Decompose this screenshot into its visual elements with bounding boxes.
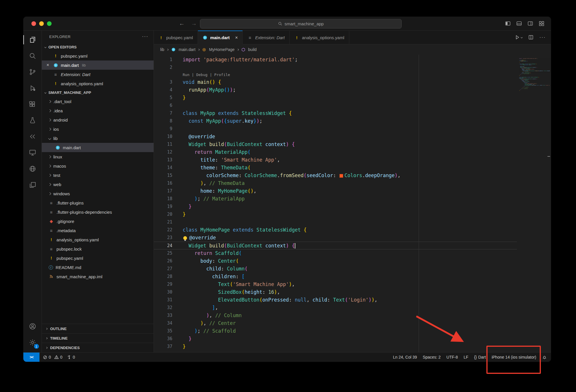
back-arrow-icon[interactable]: ← bbox=[179, 20, 185, 27]
code-line-28[interactable]: 28 children: [ bbox=[154, 273, 517, 281]
code-line-10[interactable]: 10 @override bbox=[154, 133, 517, 141]
tree-folder-android[interactable]: android bbox=[42, 115, 154, 124]
line-number[interactable]: 32 bbox=[154, 304, 172, 312]
project-section-header[interactable]: SMART_MACHINE_APP bbox=[42, 88, 154, 97]
split-editor-icon[interactable] bbox=[528, 35, 534, 40]
code-line-24[interactable]: 24 Widget build(BuildContext context) { bbox=[154, 242, 517, 249]
line-number[interactable]: 12 bbox=[154, 148, 172, 156]
line-number[interactable]: 33 bbox=[154, 312, 172, 319]
tree-folder-macos[interactable]: macos bbox=[42, 161, 154, 171]
code-line-1[interactable]: 1import 'package:flutter/material.dart'; bbox=[154, 56, 517, 64]
line-number[interactable]: 24 bbox=[154, 242, 172, 249]
code-line-6[interactable]: 6 bbox=[154, 102, 517, 109]
line-number[interactable]: 6 bbox=[154, 102, 172, 109]
extensions-icon[interactable] bbox=[23, 96, 42, 112]
line-number[interactable]: 21 bbox=[154, 218, 172, 226]
tree-file-pubspec.lock[interactable]: ≡pubspec.lock bbox=[42, 244, 154, 253]
tree-file-README.md[interactable]: iREADME.md bbox=[42, 263, 154, 272]
line-number[interactable]: 16 bbox=[154, 179, 172, 187]
line-number[interactable]: 9 bbox=[154, 125, 172, 133]
tree-file-main.dart[interactable]: main.dart bbox=[42, 143, 154, 152]
close-tab-icon[interactable]: × bbox=[235, 35, 238, 40]
line-number[interactable]: 17 bbox=[154, 187, 172, 195]
line-number[interactable]: 29 bbox=[154, 281, 172, 288]
tab-main-dart[interactable]: main.dart × bbox=[198, 31, 243, 44]
double-chevron-icon[interactable] bbox=[23, 128, 42, 145]
eol-status[interactable]: LF bbox=[464, 355, 468, 359]
code-line-11[interactable]: 11 Widget build(BuildContext context) { bbox=[154, 141, 517, 148]
line-number[interactable]: 35 bbox=[154, 327, 172, 335]
tree-folder-test[interactable]: test bbox=[42, 171, 154, 180]
tab-extension-dart[interactable]: ≡ Extension: Dart bbox=[243, 31, 290, 44]
code-line-36[interactable]: 36 } bbox=[154, 335, 517, 343]
line-number[interactable]: 7 bbox=[154, 109, 172, 117]
codelens-run-debug-profile[interactable]: Run | Debug | Profile bbox=[154, 71, 517, 78]
remote-indicator[interactable]: >< bbox=[23, 353, 39, 362]
device-selector-status[interactable]: iPhone 14 (ios simulator) bbox=[492, 355, 536, 359]
code-line-37[interactable]: 37} bbox=[154, 343, 517, 351]
open-editor-main-dart[interactable]: × main.dart lib bbox=[42, 60, 154, 70]
line-number[interactable]: 37 bbox=[154, 343, 172, 351]
language-status[interactable]: {} Dart bbox=[474, 355, 486, 359]
toggle-panel-icon[interactable] bbox=[516, 20, 522, 26]
code-line-21[interactable]: 21 bbox=[154, 218, 517, 226]
outline-section[interactable]: OUTLINE bbox=[42, 324, 154, 333]
code-line-34[interactable]: 34 ), // Center bbox=[154, 319, 517, 327]
tree-folder-windows[interactable]: windows bbox=[42, 189, 154, 198]
globe-icon[interactable] bbox=[23, 161, 42, 177]
command-center-search[interactable]: smart_machine_app bbox=[200, 19, 402, 29]
tree-file-pubspec.yaml[interactable]: !pubspec.yaml bbox=[42, 253, 154, 263]
code-line-5[interactable]: 5} bbox=[154, 94, 517, 102]
lightbulb-icon[interactable] bbox=[183, 236, 187, 240]
tree-folder-lib[interactable]: lib bbox=[42, 134, 154, 143]
code-line-17[interactable]: 17 home: MyHomePage(), bbox=[154, 187, 517, 195]
code-line-32[interactable]: 32 ], bbox=[154, 304, 517, 312]
open-editor-extension-dart[interactable]: × ≡ Extension: Dart bbox=[42, 70, 154, 79]
toggle-sidebar-icon[interactable] bbox=[505, 20, 511, 26]
breadcrumb-method[interactable]: build bbox=[248, 47, 257, 52]
line-number[interactable]: 5 bbox=[154, 94, 172, 102]
maximize-window-button[interactable] bbox=[47, 21, 52, 26]
tree-folder-.idea[interactable]: .idea bbox=[42, 106, 154, 115]
forward-arrow-icon[interactable]: → bbox=[191, 20, 197, 27]
open-editors-header[interactable]: OPEN EDITORS bbox=[42, 43, 154, 51]
line-number[interactable]: 22 bbox=[154, 226, 172, 234]
settings-gear-icon[interactable]: 1 bbox=[23, 334, 42, 351]
code-editor[interactable]: 1import 'package:flutter/material.dart';… bbox=[154, 55, 517, 352]
tree-folder-.dart_tool[interactable]: .dart_tool bbox=[42, 97, 154, 106]
line-number[interactable]: 31 bbox=[154, 296, 172, 304]
code-line-18[interactable]: 18 ); // MaterialApp bbox=[154, 195, 517, 203]
line-number[interactable]: 3 bbox=[154, 78, 172, 86]
code-line-13[interactable]: 13 title: 'Smart Machine App', bbox=[154, 156, 517, 164]
code-line-33[interactable]: 33 ), // Column bbox=[154, 312, 517, 319]
code-line-31[interactable]: 31 ElevatedButton(onPressed: null, child… bbox=[154, 296, 517, 304]
line-number[interactable]: 38 bbox=[154, 351, 172, 352]
problems-status[interactable]: 0 0 bbox=[43, 355, 63, 359]
code-line-3[interactable]: 3void main() { bbox=[154, 78, 517, 86]
remote-explorer-icon[interactable] bbox=[23, 145, 42, 161]
code-line-19[interactable]: 19 } bbox=[154, 203, 517, 211]
line-number[interactable]: 15 bbox=[154, 172, 172, 179]
timeline-section[interactable]: TIMELINE bbox=[42, 333, 154, 343]
tree-file-.flutter-plugins[interactable]: ≡.flutter-plugins bbox=[42, 198, 154, 207]
layered-windows-icon[interactable] bbox=[23, 177, 42, 193]
code-line-4[interactable]: 4 runApp(MyApp()); bbox=[154, 86, 517, 94]
line-number[interactable]: 11 bbox=[154, 141, 172, 148]
code-line-26[interactable]: 26 body: Center( bbox=[154, 257, 517, 265]
line-number[interactable]: 34 bbox=[154, 319, 172, 327]
minimap[interactable]: import 'package:flutter/material.dart';v… bbox=[517, 55, 551, 352]
code-line-35[interactable]: 35 ); // Scaffold bbox=[154, 327, 517, 335]
tree-file-.flutter-plugins-dependencies[interactable]: ≡.flutter-plugins-dependencies bbox=[42, 207, 154, 217]
breadcrumb-file[interactable]: main.dart bbox=[179, 47, 195, 52]
code-line-15[interactable]: 15 colorScheme: ColorScheme.fromSeed(see… bbox=[154, 172, 517, 179]
explorer-icon[interactable] bbox=[23, 32, 42, 48]
more-actions-icon[interactable]: ··· bbox=[539, 35, 546, 40]
line-number[interactable]: 10 bbox=[154, 133, 172, 141]
dependencies-section[interactable]: DEPENDENCIES bbox=[42, 343, 154, 352]
ports-status[interactable]: 0 bbox=[67, 355, 75, 359]
code-line-16[interactable]: 16 ), // ThemeData bbox=[154, 179, 517, 187]
code-line-23[interactable]: 23@override bbox=[154, 234, 517, 242]
line-number[interactable]: 36 bbox=[154, 335, 172, 343]
code-line-8[interactable]: 8 const MyApp({super.key}); bbox=[154, 117, 517, 125]
toggle-secondary-sidebar-icon[interactable] bbox=[527, 20, 533, 26]
